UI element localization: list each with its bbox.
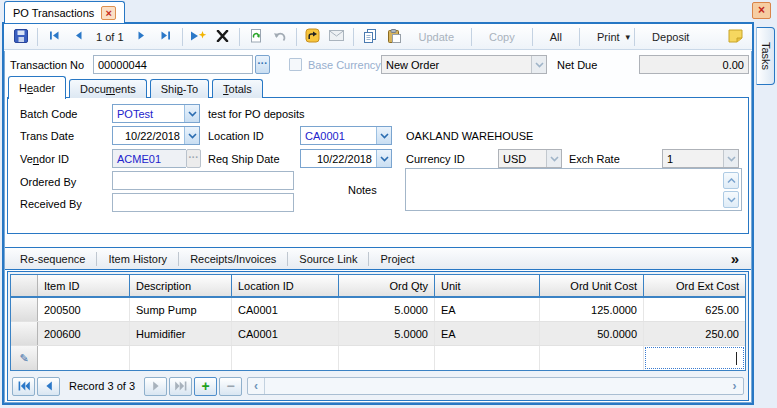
cell-item-id[interactable]: 200500	[38, 298, 130, 321]
cell-unit[interactable]: EA	[435, 322, 540, 345]
tab-totals[interactable]: Totals	[212, 79, 263, 98]
tab-ship-to[interactable]: Ship-To	[150, 79, 209, 98]
paste-button[interactable]	[384, 27, 404, 47]
undo-button[interactable]	[270, 27, 290, 47]
cell-unit[interactable]	[435, 346, 540, 370]
trans-date-field[interactable]: 10/22/2018	[112, 126, 200, 145]
notes-textarea[interactable]	[405, 168, 742, 211]
req-ship-date-field[interactable]: 10/22/2018	[300, 149, 392, 168]
notes-button[interactable]	[725, 27, 745, 47]
delete-button[interactable]	[213, 27, 233, 47]
column-header-unit[interactable]: Unit	[435, 275, 540, 296]
update-button[interactable]: Update	[406, 31, 467, 43]
receipts-invoices-button[interactable]: Receipts/Invoices	[179, 253, 287, 265]
transaction-no-zoom-button[interactable]: ···	[255, 55, 270, 74]
scroll-right-icon[interactable]: ›	[726, 378, 743, 394]
last-record-button[interactable]	[156, 27, 176, 47]
grid-first-record-button[interactable]	[12, 377, 35, 396]
cell-ord-ext-cost[interactable]: 250.00	[644, 322, 745, 345]
refresh-button[interactable]	[246, 27, 266, 47]
row-selector[interactable]	[11, 298, 38, 321]
delete-row-button[interactable]: −	[219, 377, 242, 396]
item-history-button[interactable]: Item History	[97, 253, 178, 265]
cell-ord-unit-cost[interactable]: 125.0000	[540, 298, 644, 321]
table-row[interactable]: 200600 Humidifier CA0001 5.0000 EA 50.00…	[11, 322, 745, 346]
ordered-by-input[interactable]	[112, 171, 294, 190]
cell-item-id[interactable]: 200600	[38, 322, 130, 345]
chevron-down-icon[interactable]	[184, 105, 199, 122]
document-tab[interactable]: PO Transactions ×	[4, 1, 125, 23]
all-button[interactable]: All	[537, 31, 575, 43]
transaction-no-input[interactable]	[93, 55, 253, 74]
transaction-type-dropdown[interactable]: New Order	[381, 55, 547, 74]
column-header-item-id[interactable]: Item ID	[38, 275, 130, 296]
table-row[interactable]: 200500 Sump Pump CA0001 5.0000 EA 125.00…	[11, 298, 745, 322]
cell-ord-unit-cost[interactable]: 50.0000	[540, 322, 644, 345]
grid-previous-record-button[interactable]	[37, 377, 60, 396]
cell-ord-unit-cost[interactable]	[540, 346, 644, 370]
copy-button[interactable]	[360, 27, 380, 47]
vendor-id-field[interactable]: ACME01	[112, 149, 186, 168]
copy-text-button[interactable]: Copy	[476, 31, 528, 43]
tab-header[interactable]: Header	[8, 76, 66, 99]
first-record-button[interactable]	[44, 27, 64, 47]
window-close-button[interactable]: ×	[752, 2, 771, 19]
print-dropdown-icon[interactable]: ▾	[626, 32, 631, 42]
toolbar-separator	[296, 28, 297, 46]
notes-scroll-up-button[interactable]	[723, 172, 739, 189]
cell-ord-qty[interactable]	[339, 346, 435, 370]
cell-ord-qty[interactable]: 5.0000	[339, 322, 435, 345]
print-button[interactable]: Print	[584, 31, 622, 43]
new-record-button[interactable]	[189, 27, 209, 47]
project-button[interactable]: Project	[369, 253, 425, 265]
resequence-button[interactable]: Re-sequence	[9, 253, 96, 265]
main-panel: 1 of 1	[2, 22, 754, 405]
tab-close-icon[interactable]: ×	[101, 6, 116, 20]
next-record-button[interactable]	[132, 27, 152, 47]
exch-rate-dropdown[interactable]: 1	[662, 149, 739, 168]
cell-unit[interactable]: EA	[435, 298, 540, 321]
grid-next-record-button[interactable]	[144, 377, 167, 396]
vendor-browse-button[interactable]: ···	[186, 149, 201, 168]
chevron-down-icon[interactable]	[184, 127, 199, 144]
drilldown-button[interactable]	[303, 27, 323, 47]
previous-record-button[interactable]	[68, 27, 88, 47]
column-header-ord-unit-cost[interactable]: Ord Unit Cost	[540, 275, 644, 296]
column-header-location-id[interactable]: Location ID	[232, 275, 339, 296]
batch-code-dropdown[interactable]: POTest	[112, 104, 200, 123]
grid-corner-cell[interactable]	[11, 275, 38, 296]
cell-ord-qty[interactable]: 5.0000	[339, 298, 435, 321]
chevron-down-icon[interactable]	[376, 127, 391, 144]
toolbar-overflow-button[interactable]: »	[731, 250, 747, 267]
currency-id-dropdown[interactable]: USD	[498, 149, 562, 168]
cell-ord-ext-cost[interactable]: 625.00	[644, 298, 745, 321]
row-selector[interactable]	[11, 322, 38, 345]
deposit-button[interactable]: Deposit	[639, 31, 702, 43]
grid-last-record-button[interactable]	[169, 377, 192, 396]
received-by-input[interactable]	[112, 193, 294, 212]
chevron-down-icon[interactable]	[376, 150, 391, 167]
cell-description[interactable]: Sump Pump	[130, 298, 232, 321]
column-header-ord-ext-cost[interactable]: Ord Ext Cost	[644, 275, 745, 296]
cell-location-id[interactable]: CA0001	[232, 298, 339, 321]
email-button[interactable]	[327, 27, 347, 47]
scroll-left-icon[interactable]: ‹	[248, 378, 265, 394]
column-header-ord-qty[interactable]: Ord Qty	[339, 275, 435, 296]
cell-description[interactable]	[130, 346, 232, 370]
tab-documents[interactable]: Documents	[69, 79, 147, 98]
column-header-description[interactable]: Description	[130, 275, 232, 296]
cell-location-id[interactable]	[232, 346, 339, 370]
add-row-button[interactable]: +	[194, 377, 217, 396]
cell-description[interactable]: Humidifier	[130, 322, 232, 345]
cell-location-id[interactable]: CA0001	[232, 322, 339, 345]
table-row-new[interactable]: ✎	[11, 346, 745, 370]
base-currency-checkbox[interactable]	[289, 58, 302, 71]
cell-ord-ext-cost-focused[interactable]	[644, 346, 745, 370]
notes-scroll-down-button[interactable]	[723, 191, 739, 208]
source-link-button[interactable]: Source Link	[288, 253, 368, 265]
save-button[interactable]	[11, 27, 31, 47]
cell-item-id[interactable]	[38, 346, 130, 370]
location-id-dropdown[interactable]: CA0001	[300, 126, 392, 145]
horizontal-scrollbar[interactable]: ‹ ›	[247, 377, 744, 395]
tasks-tab[interactable]: Tasks	[756, 27, 775, 85]
